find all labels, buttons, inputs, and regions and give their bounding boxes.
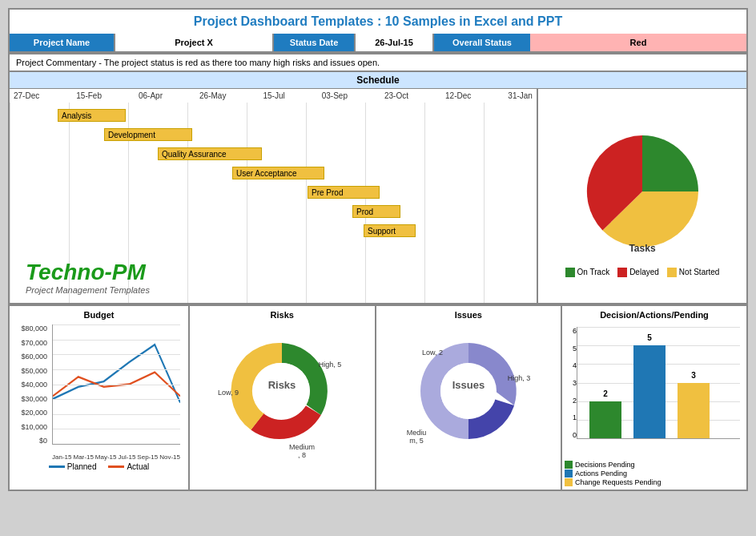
decisions-plot: 2 5 3 [577,327,740,439]
legend-planned-label: Planned [67,462,97,471]
budget-title: Budget [12,308,186,323]
legend-decisions-box [565,461,573,469]
gantt-bar-qa: Quality Assurance [158,147,262,160]
legend-notstarted-label: Not Started [679,268,720,276]
issues-donut-svg: Issues Low, 2 High, 3 Mediu m, 5 [392,323,545,463]
gantt-timeline: 27-Dec 15-Feb 06-Apr 26-May 15-Jul 03-Se… [10,89,537,103]
svg-text:High, 3: High, 3 [507,374,530,382]
timeline-8: 31-Jan [508,91,533,100]
legend-changes-box [565,478,573,486]
budget-xaxis: Jan-15 Mar-15 May-15 Jul-15 Sep-15 Nov-1… [52,453,180,461]
legend-decisions: Decisions Pending [565,461,744,469]
gantt-area: 27-Dec 15-Feb 06-Apr 26-May 15-Jul 03-Se… [10,89,538,303]
svg-text:Low, 9: Low, 9 [218,389,239,397]
techno-pm-logo: Techno-PM Project Management Templates [26,260,150,295]
tasks-legend: On Track Delayed Not Started [565,268,720,277]
legend-ontrack-box [565,268,575,277]
gantt-bars: Analysis Development Quality Assurance U… [10,103,537,303]
budget-yaxis: $80,000 $70,000 $60,000 $50,000 $40,000 … [14,324,50,445]
dashboard: Project Dashboard Templates : 10 Samples… [8,8,748,491]
status-date-value: 26-Jul-15 [354,34,434,51]
overall-status-value: Red [530,34,746,51]
svg-text:Issues: Issues [452,379,485,391]
main-title: Project Dashboard Templates : 10 Samples… [10,10,746,34]
svg-text:Medium: Medium [289,443,315,451]
schedule-header: Schedule [10,72,746,89]
budget-panel: Budget $80,000 $70,000 $60,000 $50,000 $… [10,306,190,490]
budget-legend: Planned Actual [12,462,186,471]
legend-changes-label: Change Requests Pending [575,478,662,486]
legend-ontrack-label: On Track [577,268,610,276]
risks-donut-svg: Risks Low, 9 High, 5 Medium , 8 [206,323,358,463]
project-commentary: Project Commentary - The project status … [10,53,746,72]
decisions-legend: Decisions Pending Actions Pending Change… [565,461,744,486]
bar-decisions: 2 [589,401,621,438]
svg-text:Tasks: Tasks [629,243,655,254]
bottom-section: Budget $80,000 $70,000 $60,000 $50,000 $… [10,304,746,490]
gantt-bar-uat: User Acceptance [232,167,324,179]
decisions-title: Decision/Actions/Pending [565,308,744,323]
svg-point-1 [254,363,310,419]
legend-planned-line [49,465,65,468]
issues-title: Issues [379,308,559,323]
svg-text:, 8: , 8 [298,451,306,459]
legend-actions: Actions Pending [565,470,744,478]
legend-delayed: Delayed [617,268,659,277]
timeline-4: 15-Jul [263,91,284,100]
budget-gridlines [53,324,180,444]
legend-notstarted-box [667,268,677,277]
gantt-bar-support: Support [364,224,416,237]
risks-donut: Risks Low, 9 High, 5 Medium , 8 [192,323,372,463]
budget-plot [52,324,180,445]
status-date-label: Status Date [274,34,354,51]
legend-changes: Change Requests Pending [565,478,744,486]
tasks-pie-chart: Tasks [562,115,722,268]
legend-decisions-label: Decisions Pending [575,461,635,469]
project-name-label: Project Name [10,34,114,51]
project-name-value: Project X [114,34,274,51]
legend-delayed-box [617,268,627,277]
schedule-section: 27-Dec 15-Feb 06-Apr 26-May 15-Jul 03-Se… [10,89,746,304]
svg-point-7 [440,363,497,419]
bar-changes: 3 [678,383,710,439]
bar-changes-label: 3 [678,371,710,380]
svg-text:High, 5: High, 5 [319,361,342,369]
timeline-5: 03-Sep [322,91,348,100]
legend-actions-label: Actions Pending [575,470,627,478]
svg-text:Risks: Risks [268,379,296,391]
gantt-bar-preprod: Pre Prod [308,186,380,199]
bar-decisions-label: 2 [589,389,621,398]
legend-actual-label: Actual [127,462,149,471]
timeline-2: 06-Apr [139,91,163,100]
gantt-bar-development: Development [104,128,192,141]
svg-text:Mediu: Mediu [406,429,426,437]
bar-actions-label: 5 [633,333,666,342]
budget-chart: $80,000 $70,000 $60,000 $50,000 $40,000 … [14,324,184,461]
risks-panel: Risks Risks Low, 9 High, 5 [190,306,376,490]
gantt-bar-prod: Prod [352,205,400,218]
legend-actual: Actual [108,462,149,471]
legend-actual-line [108,465,124,468]
decisions-panel: Decision/Actions/Pending 6 5 4 3 2 1 0 [562,306,746,490]
header-row: Project Name Project X Status Date 26-Ju… [10,34,746,53]
legend-ontrack: On Track [565,268,610,277]
techno-pm-sub: Project Management Templates [26,285,150,295]
legend-notstarted: Not Started [667,268,720,277]
svg-text:Low, 2: Low, 2 [422,349,443,357]
legend-delayed-label: Delayed [629,268,659,276]
issues-panel: Issues Issues Low, 2 High, 3 [376,306,563,490]
timeline-6: 23-Oct [384,91,408,100]
overall-status-label: Overall Status [434,34,530,51]
decisions-chart: 6 5 4 3 2 1 0 [565,323,744,459]
timeline-1: 15-Feb [76,91,102,100]
timeline-0: 27-Dec [14,91,39,100]
legend-planned: Planned [49,462,97,471]
decisions-yaxis: 6 5 4 3 2 1 0 [565,327,577,439]
timeline-3: 26-May [199,91,226,100]
gantt-bar-analysis: Analysis [58,109,126,122]
bar-actions: 5 [633,345,666,438]
pie-area: Tasks On Track Delayed Not Started [538,89,746,303]
techno-pm-name: Techno-PM [26,260,150,285]
timeline-7: 12-Dec [445,91,471,100]
risks-title: Risks [192,308,372,323]
